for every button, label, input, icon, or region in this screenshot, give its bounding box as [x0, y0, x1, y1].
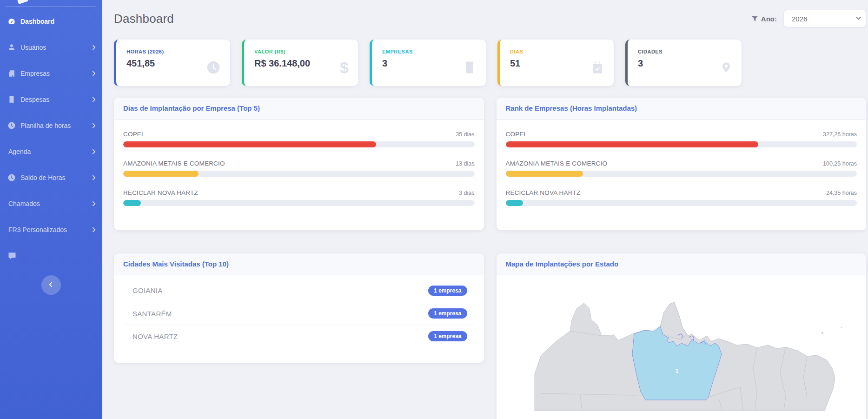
sidebar-item-label: Usuários — [20, 44, 46, 51]
stat-value: R$ 36.148,00 — [254, 58, 310, 69]
dashboard-content: Dashboard Ano: 2026 — [102, 0, 868, 419]
stat-label: DIAS — [510, 49, 523, 54]
list-item: GOIANIA 1 empresa — [123, 279, 475, 302]
stat-label: VALOR (R$) — [254, 49, 310, 54]
sidebar-item-label: Chamados — [8, 200, 40, 207]
clock-icon — [7, 173, 16, 182]
bar-value: 35 dias — [456, 131, 474, 138]
panel-header: Mapa de Implantações por Estado — [497, 253, 867, 275]
sidebar-item-usuarios[interactable]: Usuários — [0, 34, 102, 60]
bar-row: COPEL 35 dias — [123, 131, 475, 147]
city-count-badge: 1 empresa — [428, 331, 467, 341]
sidebar-nav: Dashboard Usuários Empresas — [0, 0, 102, 269]
bar-track — [123, 141, 475, 147]
bar-fill — [123, 171, 199, 177]
bar-label: COPEL — [123, 131, 145, 138]
panel-rank-empresas: Rank de Empresas (Horas Implantadas) COP… — [497, 98, 867, 230]
chat-icon — [7, 251, 17, 260]
bar-label: COPEL — [506, 131, 528, 138]
stat-card-empresas: EMPRESAS 3 — [370, 40, 486, 86]
sidebar: Dashboard Usuários Empresas — [0, 0, 102, 419]
map-pin-icon — [720, 60, 732, 75]
panel-header: Cidades Mais Visitadas (Top 10) — [114, 253, 484, 275]
stat-card-horas: HORAS (2026) 451,85 — [114, 40, 230, 86]
bar-value: 13 dias — [456, 160, 474, 167]
bar-track — [506, 171, 857, 177]
panel-title: Mapa de Implantações por Estado — [506, 260, 619, 268]
bar-value: 327,25 horas — [823, 131, 857, 138]
year-filter-label: Ano: — [761, 15, 777, 23]
brazil-map[interactable]: 1 — [497, 275, 867, 419]
sidebar-divider — [6, 7, 96, 7]
sidebar-item-label: FR3 Personalizados — [8, 226, 67, 233]
sidebar-item-empresas[interactable]: Empresas — [0, 60, 102, 86]
sidebar-collapse-button[interactable] — [41, 275, 61, 295]
city-count-badge: 1 empresa — [428, 286, 467, 296]
sidebar-item-label: Agenda — [8, 148, 31, 155]
chevron-right-icon — [90, 227, 95, 232]
dollar-icon: $ — [340, 60, 349, 75]
sidebar-item-planilha-de-horas[interactable]: Planilha de horas — [0, 113, 102, 139]
bar-fill — [123, 200, 141, 206]
stat-value: 51 — [510, 58, 523, 69]
year-select[interactable]: 2026 — [783, 10, 866, 27]
city-name: NOVA HARTZ — [133, 333, 178, 340]
stat-value: 3 — [638, 58, 663, 69]
page-title: Dashboard — [114, 12, 174, 26]
bar-row: AMAZONIA METAIS E COMERCIO 100,25 horas — [506, 160, 857, 177]
stat-label: CIDADES — [638, 49, 663, 54]
stat-value: 451,85 — [126, 58, 164, 69]
sidebar-divider — [6, 269, 96, 269]
stat-label: EMPRESAS — [382, 49, 413, 54]
building-icon — [463, 60, 477, 75]
bar-row: RECICLAR NOVA HARTZ 24,35 horas — [506, 189, 857, 206]
sidebar-item-label: Despesas — [20, 96, 49, 103]
chevron-right-icon — [90, 71, 95, 76]
panel-title: Dias de Implantação por Empresa (Top 5) — [123, 104, 260, 112]
chevron-left-icon — [49, 282, 54, 287]
sidebar-item-agenda[interactable]: Agenda — [0, 139, 102, 165]
bar-row: COPEL 327,25 horas — [506, 131, 857, 147]
chevron-right-icon — [90, 97, 95, 102]
bar-value: 100,25 horas — [823, 160, 857, 167]
panel-title: Cidades Mais Visitadas (Top 10) — [123, 260, 229, 268]
sidebar-item-despesas[interactable]: Despesas — [0, 86, 102, 113]
chevron-right-icon — [90, 45, 95, 50]
bar-row: RECICLAR NOVA HARTZ 3 dias — [123, 189, 475, 206]
stat-card-valor: VALOR (R$) R$ 36.148,00 $ — [242, 40, 358, 86]
stat-value: 3 — [382, 58, 413, 69]
bar-label: AMAZONIA METAIS E COMERCIO — [123, 160, 225, 167]
panel-dias-implantacao: Dias de Implantação por Empresa (Top 5) … — [114, 98, 484, 230]
sidebar-item-label: Planilha de horas — [20, 122, 71, 129]
list-item: SANTARÉM 1 empresa — [123, 302, 475, 325]
clock-icon — [206, 60, 221, 75]
filter-icon — [751, 15, 758, 22]
panel-title: Rank de Empresas (Horas Implantadas) — [506, 104, 637, 112]
stat-label: HORAS (2026) — [126, 49, 164, 54]
sidebar-item-dashboard[interactable]: Dashboard — [0, 8, 102, 34]
year-filter: Ano: 2026 — [751, 10, 866, 27]
chevron-right-icon — [90, 149, 95, 154]
clock-icon — [7, 121, 16, 130]
panel-cidades-visitadas: Cidades Mais Visitadas (Top 10) GOIANIA … — [114, 253, 484, 363]
sidebar-item-label: Dashboard — [20, 18, 54, 25]
receipt-icon — [7, 95, 16, 104]
map-island — [821, 332, 823, 334]
app-root: Dashboard Usuários Empresas — [0, 0, 868, 419]
sidebar-item-chat[interactable] — [0, 243, 102, 269]
sidebar-item-fr3-personalizados[interactable]: FR3 Personalizados — [0, 217, 102, 243]
bar-value: 24,35 horas — [826, 190, 857, 196]
chevron-right-icon — [90, 123, 95, 128]
map-state-amapa — [660, 302, 687, 339]
bar-track — [506, 200, 857, 206]
sidebar-item-saldo-de-horas[interactable]: Saldo de Horas — [0, 165, 102, 191]
panel-mapa-estados: Mapa de Implantações por Estado — [497, 253, 867, 419]
bar-track — [506, 141, 857, 147]
map-state-count-label: 1 — [675, 368, 678, 374]
user-icon — [7, 43, 16, 52]
bar-row: AMAZONIA METAIS E COMERCIO 13 dias — [123, 160, 475, 177]
sidebar-item-chamados[interactable]: Chamados — [0, 191, 102, 217]
chevron-right-icon — [90, 175, 95, 180]
bar-value: 3 dias — [459, 190, 474, 196]
city-count-badge: 1 empresa — [428, 308, 467, 319]
